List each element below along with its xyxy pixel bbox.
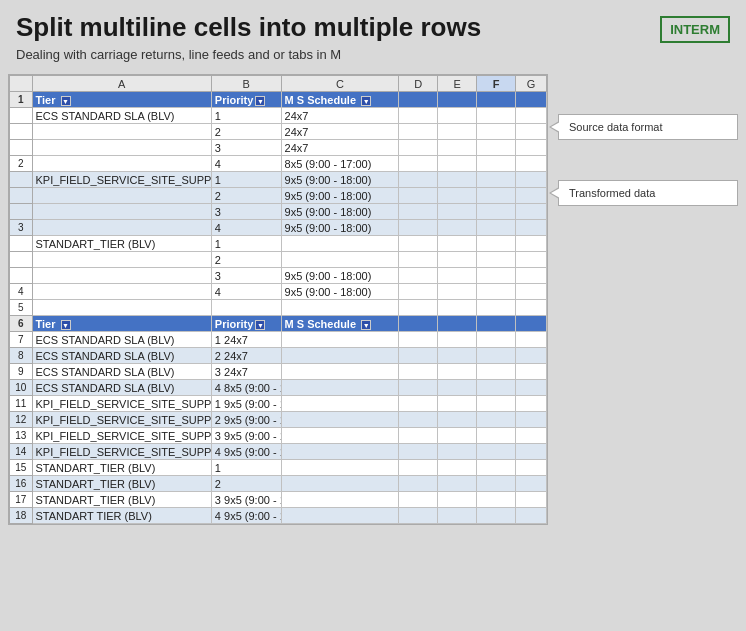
cell-b: 4 <box>211 220 281 236</box>
row-num: 2 <box>10 156 33 172</box>
cell-g <box>516 284 547 300</box>
table-row: 8 ECS STANDARD SLA (BLV) 2 24x7 <box>10 348 547 364</box>
cell-d <box>399 188 438 204</box>
cell-e <box>438 348 477 364</box>
filter-icon[interactable]: ▼ <box>61 96 71 106</box>
cell-g <box>516 316 547 332</box>
cell-a: ECS STANDARD SLA (BLV) <box>32 348 211 364</box>
cell-b: 1 <box>211 236 281 252</box>
cell-d <box>399 380 438 396</box>
filter-icon-c[interactable]: ▼ <box>361 320 371 330</box>
cell-b: 1 <box>211 172 281 188</box>
cell-e <box>438 188 477 204</box>
row-num: 14 <box>10 444 33 460</box>
cell-d <box>399 396 438 412</box>
table-row: 3 9x5 (9:00 - 18:00) <box>10 204 547 220</box>
cell-b: 2 <box>211 188 281 204</box>
row-num <box>10 236 33 252</box>
cell-c <box>281 476 399 492</box>
col-f-header[interactable]: F <box>477 76 516 92</box>
cell-c: 9x5 (9:00 - 18:00) <box>281 204 399 220</box>
table-row: 17 STANDART_TIER (BLV) 3 9x5 (9:00 - 18:… <box>10 492 547 508</box>
table-row: 2 4 8x5 (9:00 - 17:00) <box>10 156 547 172</box>
table-row: 11 KPI_FIELD_SERVICE_SITE_SUPPORT (BLV) … <box>10 396 547 412</box>
transformed-data-label: Transformed data <box>569 187 655 199</box>
cell-g <box>516 236 547 252</box>
col-g-header[interactable]: G <box>516 76 547 92</box>
cell-e <box>438 220 477 236</box>
table-row: KPI_FIELD_SERVICE_SITE_SUPPORT (BLV) 1 9… <box>10 172 547 188</box>
cell-f <box>477 300 516 316</box>
cell-a <box>32 300 211 316</box>
table-row: 10 ECS STANDARD SLA (BLV) 4 8x5 (9:00 - … <box>10 380 547 396</box>
col-a-header[interactable]: A <box>32 76 211 92</box>
cell-g <box>516 332 547 348</box>
table-row: 2 24x7 <box>10 124 547 140</box>
cell-f <box>477 396 516 412</box>
cell-e <box>438 108 477 124</box>
filter-icon[interactable]: ▼ <box>61 320 71 330</box>
cell-a: STANDART TIER (BLV) <box>32 508 211 524</box>
cell-a <box>32 220 211 236</box>
cell-c: 9x5 (9:00 - 18:00) <box>281 268 399 284</box>
cell-b: 3 <box>211 204 281 220</box>
cell-c: 24x7 <box>281 124 399 140</box>
cell-a: KPI_FIELD_SERVICE_SITE_SUPPORT (BLV) <box>32 396 211 412</box>
cell-e <box>438 396 477 412</box>
cell-f <box>477 172 516 188</box>
row-num <box>10 204 33 220</box>
cell-e <box>438 476 477 492</box>
column-header-row: A B C D E F G <box>10 76 547 92</box>
cell-a <box>32 140 211 156</box>
col-b-header[interactable]: B <box>211 76 281 92</box>
cell-g <box>516 444 547 460</box>
cell-d <box>399 460 438 476</box>
col-d-header[interactable]: D <box>399 76 438 92</box>
cell-d <box>399 444 438 460</box>
row-num: 8 <box>10 348 33 364</box>
row-num <box>10 252 33 268</box>
cell-a: STANDART_TIER (BLV) <box>32 236 211 252</box>
filter-icon-b[interactable]: ▼ <box>255 96 265 106</box>
cell-g <box>516 428 547 444</box>
table-row: 14 KPI_FIELD_SERVICE_SITE_SUPPORT (BLV) … <box>10 444 547 460</box>
col-e-header[interactable]: E <box>438 76 477 92</box>
cell-b: Priority▼ <box>211 316 281 332</box>
cell-d <box>399 172 438 188</box>
cell-c <box>281 460 399 476</box>
cell-g <box>516 220 547 236</box>
cell-c: 24x7 <box>281 108 399 124</box>
table-row: 3 24x7 <box>10 140 547 156</box>
cell-d <box>399 156 438 172</box>
cell-g <box>516 412 547 428</box>
page-title: Split multiline cells into multiple rows <box>16 12 650 43</box>
cell-b: 4 <box>211 156 281 172</box>
cell-c: 9x5 (9:00 - 18:00) <box>281 220 399 236</box>
cell-e <box>438 268 477 284</box>
cell-e <box>438 412 477 428</box>
cell-e <box>438 300 477 316</box>
filter-icon-b[interactable]: ▼ <box>255 320 265 330</box>
cell-d <box>399 300 438 316</box>
cell-f <box>477 188 516 204</box>
cell-b: 2 <box>211 476 281 492</box>
cell-f <box>477 236 516 252</box>
cell-c: 9x5 (9:00 - 18:00) <box>281 188 399 204</box>
cell-b: 1 24x7 <box>211 332 281 348</box>
filter-icon-c[interactable]: ▼ <box>361 96 371 106</box>
col-c-header[interactable]: C <box>281 76 399 92</box>
cell-b <box>211 300 281 316</box>
cell-f <box>477 412 516 428</box>
cell-f <box>477 284 516 300</box>
cell-d <box>399 220 438 236</box>
cell-e <box>438 428 477 444</box>
cell-d <box>399 428 438 444</box>
cell-b: 1 <box>211 108 281 124</box>
cell-e <box>438 364 477 380</box>
cell-e <box>438 172 477 188</box>
right-panel: Source data format Transformed data <box>558 74 738 525</box>
cell-g <box>516 508 547 524</box>
cell-f <box>477 460 516 476</box>
cell-c <box>281 492 399 508</box>
cell-c <box>281 380 399 396</box>
